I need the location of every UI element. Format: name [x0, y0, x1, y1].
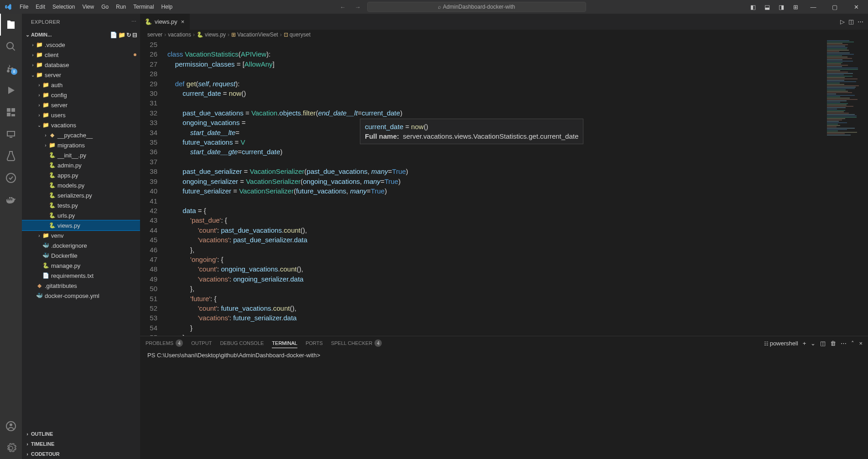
maximize-button[interactable]: ▢	[825, 0, 845, 14]
file-config[interactable]: ›📁config	[22, 90, 140, 100]
explorer-activity[interactable]	[0, 14, 22, 36]
menu-edit[interactable]: Edit	[32, 0, 49, 14]
file-docker-compose.yml[interactable]: 🐳docker-compose.yml	[22, 291, 140, 301]
panel-tab-ports[interactable]: PORTS	[306, 339, 323, 348]
new-folder-icon[interactable]: 📁	[118, 31, 125, 38]
check-activity[interactable]	[0, 167, 22, 189]
file-client[interactable]: ›📁client	[22, 50, 140, 60]
settings-activity[interactable]	[0, 437, 22, 459]
file-tests.py[interactable]: 🐍tests.py	[22, 200, 140, 210]
panel-tab-debug-console[interactable]: DEBUG CONSOLE	[220, 339, 264, 348]
breadcrumb-server[interactable]: server	[147, 31, 162, 38]
remote-activity[interactable]	[0, 123, 22, 145]
explorer-sidebar: EXPLORER ⋯ ADMIN... 📄 📁 ↻ ⊟ ›📁.vscode›📁c…	[22, 14, 140, 459]
file-.vscode[interactable]: ›📁.vscode	[22, 40, 140, 50]
close-panel-icon[interactable]: ×	[859, 340, 863, 347]
file-apps.py[interactable]: 🐍apps.py	[22, 170, 140, 180]
activity-bar: 8	[0, 14, 22, 459]
menu-terminal[interactable]: Terminal	[130, 0, 157, 14]
file-admin.py[interactable]: 🐍admin.py	[22, 160, 140, 170]
more-actions-icon[interactable]: ⋯	[858, 18, 863, 25]
run-icon[interactable]: ▷	[840, 18, 845, 25]
nav-back-button[interactable]: ←	[337, 4, 348, 10]
breadcrumb-views.py[interactable]: 🐍views.py	[197, 31, 226, 38]
menu-selection[interactable]: Selection	[49, 0, 78, 14]
folder-header[interactable]: ADMIN... 📄 📁 ↻ ⊟	[22, 30, 140, 40]
code-editor[interactable]: 2526class VacationStatistics(APIView):27…	[140, 40, 868, 336]
minimize-button[interactable]: —	[803, 0, 823, 14]
breadcrumb-queryset[interactable]: ⊡queryset	[284, 31, 311, 38]
menu-run[interactable]: Run	[112, 0, 130, 14]
file-views.py[interactable]: 🐍views.py	[22, 220, 140, 230]
close-button[interactable]: ✕	[846, 0, 866, 14]
maximize-panel-icon[interactable]: ˄	[851, 340, 854, 347]
nav-forward-button[interactable]: →	[352, 4, 364, 10]
breadcrumb-VacationViewSet[interactable]: ⊞VacationViewSet	[231, 31, 278, 38]
tab-views-py[interactable]: 🐍 views.py ×	[140, 14, 190, 30]
layout-sidebar-left-icon[interactable]: ◧	[747, 0, 759, 14]
svg-point-2	[10, 423, 12, 426]
file-__init__.py[interactable]: 🐍__init__.py	[22, 150, 140, 160]
docker-activity[interactable]	[0, 189, 22, 211]
layout-sidebar-right-icon[interactable]: ◨	[775, 0, 788, 14]
panel-tab-output[interactable]: OUTPUT	[191, 339, 212, 348]
panel-tab-spell-checker[interactable]: SPELL CHECKER4	[331, 338, 382, 349]
file-.gitattributes[interactable]: ◆.gitattributes	[22, 281, 140, 291]
menu-view[interactable]: View	[78, 0, 98, 14]
file-serializers.py[interactable]: 🐍serializers.py	[22, 190, 140, 200]
terminal-shell-label[interactable]: ☷ powershell	[764, 340, 798, 347]
panel-more-icon[interactable]: ⋯	[841, 340, 847, 347]
file-__pycache__[interactable]: ›◆__pycache__	[22, 130, 140, 140]
file-migrations[interactable]: ›📁migrations	[22, 140, 140, 150]
terminal[interactable]: PS C:\Users\shani\Desktop\github\AdminDa…	[140, 350, 868, 459]
python-file-icon: 🐍	[145, 18, 152, 25]
split-editor-icon[interactable]: ◫	[848, 18, 854, 25]
file-manage.py[interactable]: 🐍manage.py	[22, 261, 140, 271]
new-file-icon[interactable]: 📄	[110, 31, 117, 38]
close-tab-icon[interactable]: ×	[180, 17, 186, 26]
panel-tab-terminal[interactable]: TERMINAL	[272, 339, 297, 348]
breadcrumb-vacations[interactable]: vacations	[168, 31, 191, 38]
terminal-dropdown-icon[interactable]: ⌄	[811, 340, 816, 347]
layout-panel-icon[interactable]: ⬓	[761, 0, 774, 14]
accounts-activity[interactable]	[0, 415, 22, 437]
file-server[interactable]: ⌄📁server	[22, 70, 140, 80]
extensions-activity[interactable]	[0, 101, 22, 123]
timeline-section[interactable]: TIMELINE	[22, 439, 140, 449]
file-requirements.txt[interactable]: 📄requirements.txt	[22, 271, 140, 281]
hover-tooltip: current_date = now() Full name: server.v…	[360, 119, 583, 144]
customize-layout-icon[interactable]: ⊞	[789, 0, 802, 14]
new-terminal-icon[interactable]: +	[803, 340, 806, 347]
menu-help[interactable]: Help	[158, 0, 177, 14]
codetour-section[interactable]: CODETOUR	[22, 449, 140, 459]
command-center-search[interactable]: ⌕AdminDashboard-docker-with	[367, 2, 586, 12]
file-venv[interactable]: ›📁venv	[22, 230, 140, 240]
testing-activity[interactable]	[0, 145, 22, 167]
file-.dockerignore[interactable]: 🐳.dockerignore	[22, 240, 140, 250]
outline-section[interactable]: OUTLINE	[22, 429, 140, 439]
collapse-icon[interactable]: ⊟	[132, 31, 137, 38]
file-server[interactable]: ›📁server	[22, 100, 140, 110]
panel-tab-problems[interactable]: PROBLEMS4	[146, 338, 183, 349]
file-Dockerfile[interactable]: 🐳Dockerfile	[22, 250, 140, 261]
split-terminal-icon[interactable]: ◫	[820, 340, 826, 347]
file-auth[interactable]: ›📁auth	[22, 80, 140, 90]
source-control-activity[interactable]: 8	[0, 57, 22, 79]
menu-file[interactable]: File	[16, 0, 32, 14]
editor-tabs: 🐍 views.py × ▷ ◫ ⋯	[140, 14, 868, 30]
explorer-more-icon[interactable]: ⋯	[131, 19, 137, 25]
search-activity[interactable]	[0, 36, 22, 57]
run-debug-activity[interactable]	[0, 79, 22, 101]
file-database[interactable]: ›📁database	[22, 60, 140, 70]
breadcrumbs[interactable]: server›vacations›🐍views.py›⊞VacationView…	[140, 30, 868, 40]
file-users[interactable]: ›📁users	[22, 110, 140, 120]
file-urls.py[interactable]: 🐍urls.py	[22, 210, 140, 220]
refresh-icon[interactable]: ↻	[126, 31, 131, 38]
file-vacations[interactable]: ⌄📁vacations	[22, 120, 140, 130]
kill-terminal-icon[interactable]: 🗑	[830, 340, 836, 347]
svg-point-0	[6, 173, 16, 183]
panel-tabs: PROBLEMS4OUTPUTDEBUG CONSOLETERMINALPORT…	[140, 336, 868, 350]
file-models.py[interactable]: 🐍models.py	[22, 180, 140, 190]
minimap[interactable]	[825, 40, 862, 336]
menu-go[interactable]: Go	[98, 0, 112, 14]
